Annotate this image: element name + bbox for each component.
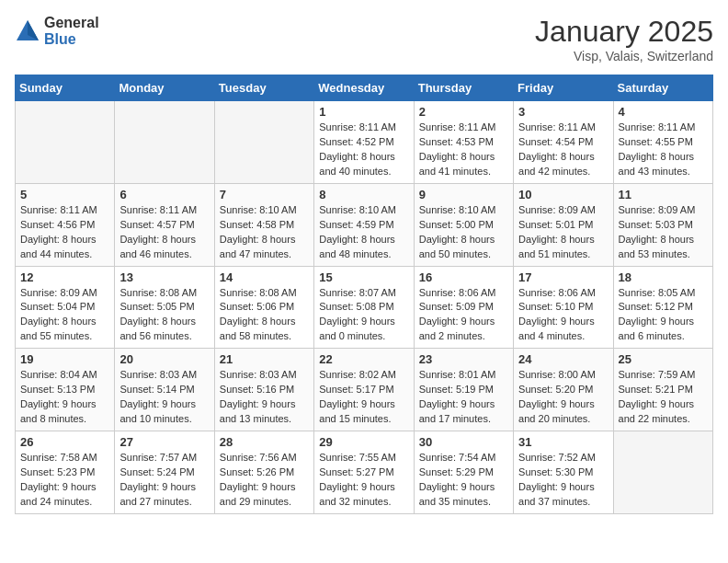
- day-info: Sunrise: 8:09 AM Sunset: 5:03 PM Dayligh…: [619, 203, 708, 262]
- weekday-header-monday: Monday: [115, 75, 214, 101]
- calendar-cell: 25Sunrise: 7:59 AM Sunset: 5:21 PM Dayli…: [613, 349, 712, 431]
- calendar-cell: 5Sunrise: 8:11 AM Sunset: 4:56 PM Daylig…: [16, 183, 115, 266]
- day-info: Sunrise: 8:06 AM Sunset: 5:10 PM Dayligh…: [518, 286, 608, 345]
- day-info: Sunrise: 7:56 AM Sunset: 5:26 PM Dayligh…: [220, 451, 309, 510]
- day-info: Sunrise: 8:00 AM Sunset: 5:20 PM Dayligh…: [518, 368, 608, 427]
- day-info: Sunrise: 8:05 AM Sunset: 5:12 PM Dayligh…: [619, 286, 708, 345]
- day-number: 16: [419, 270, 508, 284]
- day-number: 9: [419, 188, 508, 201]
- calendar-title: January 2025: [535, 15, 713, 49]
- day-info: Sunrise: 8:03 AM Sunset: 5:14 PM Dayligh…: [119, 368, 209, 427]
- day-number: 2: [419, 105, 508, 119]
- day-number: 25: [619, 352, 708, 366]
- day-info: Sunrise: 8:01 AM Sunset: 5:19 PM Dayligh…: [419, 368, 508, 427]
- day-info: Sunrise: 8:07 AM Sunset: 5:08 PM Dayligh…: [319, 286, 408, 345]
- weekday-header-wednesday: Wednesday: [314, 75, 414, 101]
- calendar-cell: 3Sunrise: 8:11 AM Sunset: 4:54 PM Daylig…: [514, 101, 613, 184]
- day-number: 13: [119, 270, 209, 284]
- day-number: 19: [20, 352, 109, 366]
- weekday-header-tuesday: Tuesday: [214, 75, 313, 101]
- day-info: Sunrise: 8:10 AM Sunset: 5:00 PM Dayligh…: [419, 203, 508, 262]
- day-info: Sunrise: 8:08 AM Sunset: 5:05 PM Dayligh…: [119, 286, 209, 345]
- calendar-week-2: 5Sunrise: 8:11 AM Sunset: 4:56 PM Daylig…: [16, 183, 713, 266]
- calendar-cell: 8Sunrise: 8:10 AM Sunset: 4:59 PM Daylig…: [314, 183, 414, 266]
- calendar-cell: 11Sunrise: 8:09 AM Sunset: 5:03 PM Dayli…: [613, 183, 712, 266]
- calendar-cell: 1Sunrise: 8:11 AM Sunset: 4:52 PM Daylig…: [314, 101, 414, 184]
- calendar-table: SundayMondayTuesdayWednesdayThursdayFrid…: [15, 75, 713, 514]
- calendar-week-5: 26Sunrise: 7:58 AM Sunset: 5:23 PM Dayli…: [16, 431, 713, 514]
- day-info: Sunrise: 8:03 AM Sunset: 5:16 PM Dayligh…: [220, 368, 309, 427]
- day-info: Sunrise: 8:08 AM Sunset: 5:06 PM Dayligh…: [220, 286, 309, 345]
- day-number: 11: [619, 188, 708, 201]
- day-number: 20: [119, 352, 209, 366]
- calendar-cell: 22Sunrise: 8:02 AM Sunset: 5:17 PM Dayli…: [314, 349, 414, 431]
- logo-icon: [15, 18, 40, 44]
- title-block: January 2025 Visp, Valais, Switzerland: [535, 15, 713, 63]
- calendar-cell: 19Sunrise: 8:04 AM Sunset: 5:13 PM Dayli…: [16, 349, 115, 431]
- day-info: Sunrise: 8:11 AM Sunset: 4:57 PM Dayligh…: [119, 203, 209, 262]
- weekday-header-row: SundayMondayTuesdayWednesdayThursdayFrid…: [16, 75, 713, 101]
- day-number: 8: [319, 188, 408, 201]
- logo-general: General: [44, 15, 99, 31]
- day-number: 12: [20, 270, 109, 284]
- day-number: 3: [518, 105, 608, 119]
- calendar-week-4: 19Sunrise: 8:04 AM Sunset: 5:13 PM Dayli…: [16, 349, 713, 431]
- weekday-header-friday: Friday: [514, 75, 613, 101]
- calendar-cell: 23Sunrise: 8:01 AM Sunset: 5:19 PM Dayli…: [414, 349, 513, 431]
- calendar-cell: 31Sunrise: 7:52 AM Sunset: 5:30 PM Dayli…: [514, 431, 613, 514]
- calendar-cell: 17Sunrise: 8:06 AM Sunset: 5:10 PM Dayli…: [514, 266, 613, 349]
- day-number: 14: [220, 270, 309, 284]
- weekday-header-saturday: Saturday: [613, 75, 712, 101]
- day-info: Sunrise: 8:11 AM Sunset: 4:56 PM Dayligh…: [20, 203, 109, 262]
- calendar-location: Visp, Valais, Switzerland: [535, 49, 713, 63]
- logo: General Blue: [15, 15, 99, 47]
- day-number: 10: [518, 188, 608, 201]
- calendar-cell: 2Sunrise: 8:11 AM Sunset: 4:53 PM Daylig…: [414, 101, 513, 184]
- day-number: 15: [319, 270, 408, 284]
- day-info: Sunrise: 8:09 AM Sunset: 5:04 PM Dayligh…: [20, 286, 109, 345]
- day-info: Sunrise: 7:52 AM Sunset: 5:30 PM Dayligh…: [518, 451, 608, 510]
- calendar-cell: 16Sunrise: 8:06 AM Sunset: 5:09 PM Dayli…: [414, 266, 513, 349]
- day-number: 7: [220, 188, 309, 201]
- calendar-cell: [115, 101, 214, 184]
- calendar-cell: 26Sunrise: 7:58 AM Sunset: 5:23 PM Dayli…: [16, 431, 115, 514]
- day-number: 4: [619, 105, 708, 119]
- day-info: Sunrise: 8:10 AM Sunset: 4:59 PM Dayligh…: [319, 203, 408, 262]
- day-info: Sunrise: 7:54 AM Sunset: 5:29 PM Dayligh…: [419, 451, 508, 510]
- day-number: 17: [518, 270, 608, 284]
- page-header: General Blue January 2025 Visp, Valais, …: [15, 15, 713, 63]
- calendar-cell: 12Sunrise: 8:09 AM Sunset: 5:04 PM Dayli…: [16, 266, 115, 349]
- weekday-header-thursday: Thursday: [414, 75, 513, 101]
- day-number: 23: [419, 352, 508, 366]
- day-number: 18: [619, 270, 708, 284]
- calendar-cell: 27Sunrise: 7:57 AM Sunset: 5:24 PM Dayli…: [115, 431, 214, 514]
- day-number: 26: [20, 435, 109, 449]
- day-info: Sunrise: 7:59 AM Sunset: 5:21 PM Dayligh…: [619, 368, 708, 427]
- calendar-week-1: 1Sunrise: 8:11 AM Sunset: 4:52 PM Daylig…: [16, 101, 713, 184]
- day-number: 30: [419, 435, 508, 449]
- calendar-cell: [613, 431, 712, 514]
- day-info: Sunrise: 8:11 AM Sunset: 4:54 PM Dayligh…: [518, 121, 608, 179]
- calendar-cell: 13Sunrise: 8:08 AM Sunset: 5:05 PM Dayli…: [115, 266, 214, 349]
- day-number: 28: [220, 435, 309, 449]
- calendar-cell: 20Sunrise: 8:03 AM Sunset: 5:14 PM Dayli…: [115, 349, 214, 431]
- day-info: Sunrise: 7:57 AM Sunset: 5:24 PM Dayligh…: [119, 451, 209, 510]
- day-number: 27: [119, 435, 209, 449]
- day-info: Sunrise: 8:09 AM Sunset: 5:01 PM Dayligh…: [518, 203, 608, 262]
- day-info: Sunrise: 8:02 AM Sunset: 5:17 PM Dayligh…: [319, 368, 408, 427]
- calendar-cell: 30Sunrise: 7:54 AM Sunset: 5:29 PM Dayli…: [414, 431, 513, 514]
- day-info: Sunrise: 8:11 AM Sunset: 4:52 PM Dayligh…: [319, 121, 408, 179]
- day-info: Sunrise: 8:11 AM Sunset: 4:55 PM Dayligh…: [619, 121, 708, 179]
- day-number: 22: [319, 352, 408, 366]
- calendar-cell: 24Sunrise: 8:00 AM Sunset: 5:20 PM Dayli…: [514, 349, 613, 431]
- day-number: 29: [319, 435, 408, 449]
- calendar-cell: [16, 101, 115, 184]
- day-number: 5: [20, 188, 109, 201]
- day-info: Sunrise: 8:11 AM Sunset: 4:53 PM Dayligh…: [419, 121, 508, 179]
- day-info: Sunrise: 7:55 AM Sunset: 5:27 PM Dayligh…: [319, 451, 408, 510]
- calendar-cell: 4Sunrise: 8:11 AM Sunset: 4:55 PM Daylig…: [613, 101, 712, 184]
- weekday-header-sunday: Sunday: [16, 75, 115, 101]
- day-number: 31: [518, 435, 608, 449]
- calendar-cell: [214, 101, 313, 184]
- day-info: Sunrise: 8:04 AM Sunset: 5:13 PM Dayligh…: [20, 368, 109, 427]
